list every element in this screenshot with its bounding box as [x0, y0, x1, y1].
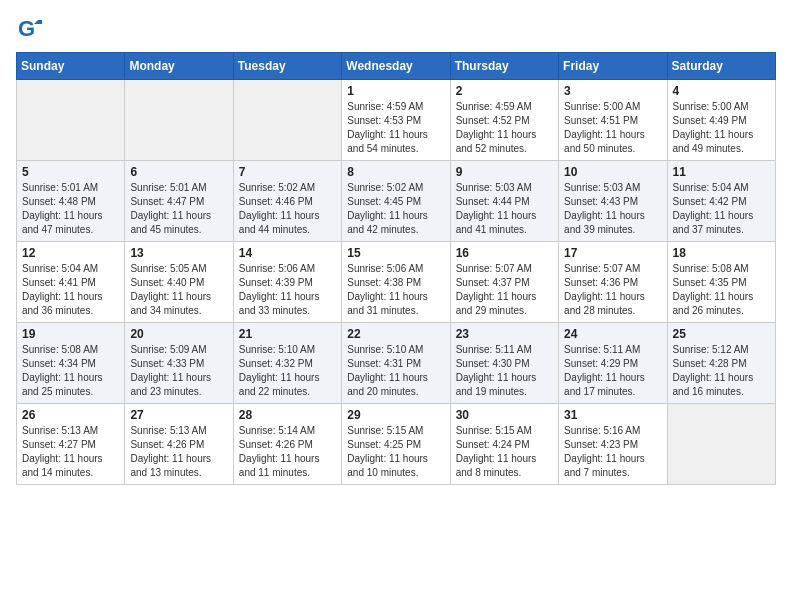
calendar-day-cell: 8Sunrise: 5:02 AM Sunset: 4:45 PM Daylig…: [342, 161, 450, 242]
calendar-week-row: 1Sunrise: 4:59 AM Sunset: 4:53 PM Daylig…: [17, 80, 776, 161]
page-header: G: [16, 16, 776, 44]
day-number: 6: [130, 165, 227, 179]
weekday-header-row: SundayMondayTuesdayWednesdayThursdayFrid…: [17, 53, 776, 80]
day-number: 25: [673, 327, 770, 341]
calendar-day-cell: 19Sunrise: 5:08 AM Sunset: 4:34 PM Dayli…: [17, 323, 125, 404]
day-number: 15: [347, 246, 444, 260]
day-info: Sunrise: 5:06 AM Sunset: 4:38 PM Dayligh…: [347, 262, 444, 318]
day-number: 27: [130, 408, 227, 422]
day-number: 11: [673, 165, 770, 179]
calendar-day-cell: 14Sunrise: 5:06 AM Sunset: 4:39 PM Dayli…: [233, 242, 341, 323]
day-info: Sunrise: 5:10 AM Sunset: 4:32 PM Dayligh…: [239, 343, 336, 399]
day-number: 14: [239, 246, 336, 260]
calendar-day-cell: 22Sunrise: 5:10 AM Sunset: 4:31 PM Dayli…: [342, 323, 450, 404]
day-number: 28: [239, 408, 336, 422]
day-number: 21: [239, 327, 336, 341]
day-number: 13: [130, 246, 227, 260]
day-info: Sunrise: 5:06 AM Sunset: 4:39 PM Dayligh…: [239, 262, 336, 318]
day-number: 3: [564, 84, 661, 98]
day-info: Sunrise: 5:03 AM Sunset: 4:43 PM Dayligh…: [564, 181, 661, 237]
day-number: 29: [347, 408, 444, 422]
calendar-day-cell: 16Sunrise: 5:07 AM Sunset: 4:37 PM Dayli…: [450, 242, 558, 323]
day-number: 20: [130, 327, 227, 341]
day-info: Sunrise: 4:59 AM Sunset: 4:52 PM Dayligh…: [456, 100, 553, 156]
calendar-day-cell: 23Sunrise: 5:11 AM Sunset: 4:30 PM Dayli…: [450, 323, 558, 404]
day-info: Sunrise: 5:04 AM Sunset: 4:42 PM Dayligh…: [673, 181, 770, 237]
calendar-day-cell: [17, 80, 125, 161]
calendar-day-cell: 20Sunrise: 5:09 AM Sunset: 4:33 PM Dayli…: [125, 323, 233, 404]
calendar-week-row: 26Sunrise: 5:13 AM Sunset: 4:27 PM Dayli…: [17, 404, 776, 485]
calendar-day-cell: 5Sunrise: 5:01 AM Sunset: 4:48 PM Daylig…: [17, 161, 125, 242]
day-info: Sunrise: 5:10 AM Sunset: 4:31 PM Dayligh…: [347, 343, 444, 399]
day-info: Sunrise: 5:08 AM Sunset: 4:35 PM Dayligh…: [673, 262, 770, 318]
calendar-day-cell: 9Sunrise: 5:03 AM Sunset: 4:44 PM Daylig…: [450, 161, 558, 242]
day-info: Sunrise: 5:13 AM Sunset: 4:26 PM Dayligh…: [130, 424, 227, 480]
day-info: Sunrise: 5:04 AM Sunset: 4:41 PM Dayligh…: [22, 262, 119, 318]
day-info: Sunrise: 5:12 AM Sunset: 4:28 PM Dayligh…: [673, 343, 770, 399]
calendar-day-cell: 7Sunrise: 5:02 AM Sunset: 4:46 PM Daylig…: [233, 161, 341, 242]
day-number: 17: [564, 246, 661, 260]
day-info: Sunrise: 5:14 AM Sunset: 4:26 PM Dayligh…: [239, 424, 336, 480]
weekday-header: Thursday: [450, 53, 558, 80]
day-info: Sunrise: 5:11 AM Sunset: 4:29 PM Dayligh…: [564, 343, 661, 399]
weekday-header: Friday: [559, 53, 667, 80]
calendar-day-cell: 1Sunrise: 4:59 AM Sunset: 4:53 PM Daylig…: [342, 80, 450, 161]
day-number: 31: [564, 408, 661, 422]
day-info: Sunrise: 5:05 AM Sunset: 4:40 PM Dayligh…: [130, 262, 227, 318]
calendar-day-cell: 6Sunrise: 5:01 AM Sunset: 4:47 PM Daylig…: [125, 161, 233, 242]
calendar-week-row: 5Sunrise: 5:01 AM Sunset: 4:48 PM Daylig…: [17, 161, 776, 242]
calendar-day-cell: 13Sunrise: 5:05 AM Sunset: 4:40 PM Dayli…: [125, 242, 233, 323]
day-info: Sunrise: 5:08 AM Sunset: 4:34 PM Dayligh…: [22, 343, 119, 399]
weekday-header: Wednesday: [342, 53, 450, 80]
day-number: 8: [347, 165, 444, 179]
calendar-day-cell: 27Sunrise: 5:13 AM Sunset: 4:26 PM Dayli…: [125, 404, 233, 485]
day-info: Sunrise: 5:01 AM Sunset: 4:47 PM Dayligh…: [130, 181, 227, 237]
calendar-day-cell: 11Sunrise: 5:04 AM Sunset: 4:42 PM Dayli…: [667, 161, 775, 242]
day-number: 12: [22, 246, 119, 260]
day-number: 16: [456, 246, 553, 260]
calendar-day-cell: 4Sunrise: 5:00 AM Sunset: 4:49 PM Daylig…: [667, 80, 775, 161]
logo: G: [16, 16, 48, 44]
calendar-day-cell: 25Sunrise: 5:12 AM Sunset: 4:28 PM Dayli…: [667, 323, 775, 404]
calendar-day-cell: 12Sunrise: 5:04 AM Sunset: 4:41 PM Dayli…: [17, 242, 125, 323]
svg-text:G: G: [18, 16, 35, 41]
day-info: Sunrise: 5:02 AM Sunset: 4:46 PM Dayligh…: [239, 181, 336, 237]
day-number: 5: [22, 165, 119, 179]
day-number: 7: [239, 165, 336, 179]
calendar-day-cell: 2Sunrise: 4:59 AM Sunset: 4:52 PM Daylig…: [450, 80, 558, 161]
day-number: 19: [22, 327, 119, 341]
calendar-day-cell: 18Sunrise: 5:08 AM Sunset: 4:35 PM Dayli…: [667, 242, 775, 323]
calendar-day-cell: 28Sunrise: 5:14 AM Sunset: 4:26 PM Dayli…: [233, 404, 341, 485]
calendar-day-cell: 17Sunrise: 5:07 AM Sunset: 4:36 PM Dayli…: [559, 242, 667, 323]
calendar-week-row: 12Sunrise: 5:04 AM Sunset: 4:41 PM Dayli…: [17, 242, 776, 323]
calendar-week-row: 19Sunrise: 5:08 AM Sunset: 4:34 PM Dayli…: [17, 323, 776, 404]
calendar-day-cell: 10Sunrise: 5:03 AM Sunset: 4:43 PM Dayli…: [559, 161, 667, 242]
day-number: 2: [456, 84, 553, 98]
day-number: 30: [456, 408, 553, 422]
calendar-day-cell: [667, 404, 775, 485]
day-info: Sunrise: 5:00 AM Sunset: 4:51 PM Dayligh…: [564, 100, 661, 156]
calendar-day-cell: 30Sunrise: 5:15 AM Sunset: 4:24 PM Dayli…: [450, 404, 558, 485]
day-info: Sunrise: 5:02 AM Sunset: 4:45 PM Dayligh…: [347, 181, 444, 237]
calendar-day-cell: 29Sunrise: 5:15 AM Sunset: 4:25 PM Dayli…: [342, 404, 450, 485]
calendar-day-cell: 24Sunrise: 5:11 AM Sunset: 4:29 PM Dayli…: [559, 323, 667, 404]
day-info: Sunrise: 5:13 AM Sunset: 4:27 PM Dayligh…: [22, 424, 119, 480]
day-number: 9: [456, 165, 553, 179]
day-info: Sunrise: 5:11 AM Sunset: 4:30 PM Dayligh…: [456, 343, 553, 399]
calendar-day-cell: 3Sunrise: 5:00 AM Sunset: 4:51 PM Daylig…: [559, 80, 667, 161]
weekday-header: Sunday: [17, 53, 125, 80]
weekday-header: Tuesday: [233, 53, 341, 80]
calendar-day-cell: 26Sunrise: 5:13 AM Sunset: 4:27 PM Dayli…: [17, 404, 125, 485]
day-number: 18: [673, 246, 770, 260]
weekday-header: Monday: [125, 53, 233, 80]
weekday-header: Saturday: [667, 53, 775, 80]
day-info: Sunrise: 5:15 AM Sunset: 4:25 PM Dayligh…: [347, 424, 444, 480]
day-number: 22: [347, 327, 444, 341]
calendar-day-cell: 31Sunrise: 5:16 AM Sunset: 4:23 PM Dayli…: [559, 404, 667, 485]
day-info: Sunrise: 5:03 AM Sunset: 4:44 PM Dayligh…: [456, 181, 553, 237]
day-info: Sunrise: 5:00 AM Sunset: 4:49 PM Dayligh…: [673, 100, 770, 156]
day-number: 23: [456, 327, 553, 341]
calendar-day-cell: [233, 80, 341, 161]
day-info: Sunrise: 5:07 AM Sunset: 4:36 PM Dayligh…: [564, 262, 661, 318]
day-info: Sunrise: 5:01 AM Sunset: 4:48 PM Dayligh…: [22, 181, 119, 237]
